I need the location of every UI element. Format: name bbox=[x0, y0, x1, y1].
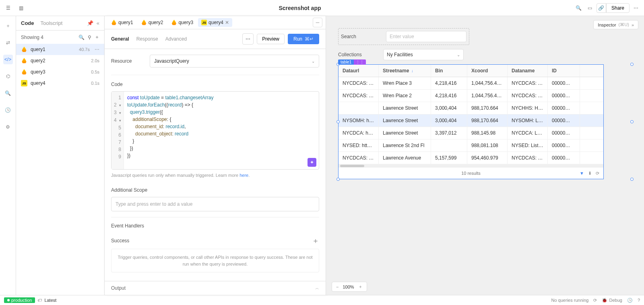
table-cell: NYCDCAS: C… bbox=[508, 90, 548, 102]
results-count: 10 results bbox=[461, 171, 481, 176]
column-header-streetname[interactable]: Streetname ↓ bbox=[379, 65, 431, 77]
horizontal-scrollbar[interactable] bbox=[339, 164, 603, 168]
query-name: query2 bbox=[31, 58, 45, 63]
subtab-response[interactable]: Response bbox=[136, 36, 158, 42]
inspector-shortcut: (⌘U) bbox=[619, 22, 629, 27]
query-item-query2[interactable]: query22.0s bbox=[16, 55, 104, 66]
query-item-query1[interactable]: query140.7s⋯ bbox=[16, 44, 104, 55]
query-item-query3[interactable]: query30.5s bbox=[16, 66, 104, 78]
footer-history-icon[interactable]: 🕓 bbox=[627, 298, 633, 303]
left-tab-toolscript[interactable]: Toolscript bbox=[41, 20, 63, 26]
query-more-icon[interactable]: ⋯ bbox=[95, 47, 99, 52]
zoom-control[interactable]: − 100% ＋ bbox=[332, 282, 367, 292]
debug-label: Debug bbox=[609, 298, 622, 303]
overflow-icon[interactable]: ⋯ bbox=[631, 3, 641, 13]
minimize-editor-icon[interactable]: ─ bbox=[313, 18, 322, 27]
table-cell: Lawrence Street bbox=[379, 102, 431, 114]
add-icon[interactable]: ＋ bbox=[3, 21, 13, 31]
preview-button[interactable]: Preview bbox=[257, 34, 285, 44]
ai-assist-icon[interactable]: ✦ bbox=[308, 158, 316, 167]
column-header-id[interactable]: ID bbox=[548, 65, 580, 77]
footer-help-icon[interactable]: ? bbox=[638, 298, 640, 303]
table-cell: 954,460.979 bbox=[467, 152, 508, 164]
close-tab-icon[interactable]: ✕ bbox=[225, 20, 229, 25]
table-cell: NYCHHS: H… bbox=[508, 102, 548, 114]
tree-icon[interactable]: ⌬ bbox=[3, 72, 13, 81]
output-toggle[interactable]: Output ︿ bbox=[105, 281, 326, 295]
table-cell: NYCDCA: ht… bbox=[339, 127, 379, 139]
editor-tab-query1[interactable]: query1 bbox=[108, 18, 136, 27]
table-row[interactable]: NYCDCAS: h…Lawrence Avenue5,157,599954,4… bbox=[339, 152, 603, 164]
zoom-in-icon[interactable]: ＋ bbox=[358, 284, 363, 290]
column-header-dataurl[interactable]: Dataurl bbox=[339, 65, 379, 77]
pin-icon[interactable]: 📌 bbox=[87, 20, 93, 26]
resize-handle[interactable] bbox=[630, 63, 634, 66]
resize-handle[interactable] bbox=[336, 120, 340, 123]
code-line: additionalScope: { bbox=[127, 116, 316, 123]
history-icon[interactable]: 🕓 bbox=[3, 105, 13, 115]
component-tag[interactable]: table1 bbox=[338, 59, 354, 65]
environment-pill[interactable]: production bbox=[4, 297, 35, 303]
link-icon[interactable]: 🔗 bbox=[597, 3, 606, 13]
editor-tab-query4[interactable]: JSquery4✕ bbox=[198, 18, 232, 27]
run-button[interactable]: Run ⌘↵ bbox=[288, 34, 319, 44]
tab-label: query3 bbox=[178, 20, 193, 25]
code-editor[interactable]: 1 2 ▾ 3 ▾ 4 ▾ 56789 const toUpdate = tab… bbox=[111, 91, 319, 170]
panel-toggle-icon[interactable]: ▥ bbox=[16, 3, 26, 13]
collections-select[interactable]: Ny Facilities ⌄ bbox=[383, 49, 464, 60]
share-button[interactable]: Share bbox=[606, 3, 630, 13]
preview-device-icon[interactable]: ▭ bbox=[585, 3, 595, 13]
subtab-advanced[interactable]: Advanced bbox=[165, 36, 187, 42]
resize-handle[interactable] bbox=[630, 120, 634, 123]
search-panel-icon[interactable]: 🔍 bbox=[3, 88, 13, 98]
zoom-out-icon[interactable]: − bbox=[336, 285, 339, 289]
search-icon[interactable]: 🔍 bbox=[574, 3, 584, 13]
learn-more-link[interactable]: here bbox=[239, 173, 248, 178]
collapse-left-icon[interactable]: « bbox=[97, 20, 99, 26]
filter-icon[interactable]: ⚲ bbox=[88, 35, 91, 40]
table-cell: Lawrence Street bbox=[379, 115, 431, 127]
sort-desc-icon: ↓ bbox=[411, 69, 413, 73]
column-header-dataname[interactable]: Dataname bbox=[508, 65, 548, 77]
table-download-icon[interactable]: ⬇ bbox=[588, 171, 592, 176]
version-icon: 🏷 bbox=[37, 298, 42, 303]
table-row[interactable]: NYCDCA: ht…Lawrence Street3,397,012988,1… bbox=[339, 127, 603, 139]
table-filter-icon[interactable]: ▼ bbox=[580, 171, 584, 176]
debug-button[interactable]: 🐞 Debug bbox=[602, 298, 622, 303]
subtab-general[interactable]: General bbox=[111, 36, 129, 42]
table-cell: NYSED: http… bbox=[339, 139, 379, 151]
components-icon[interactable]: ⇄ bbox=[3, 38, 13, 47]
resource-select[interactable]: JavascriptQuery ⌄ bbox=[150, 55, 319, 68]
code-line: query3.trigger({ bbox=[127, 108, 316, 116]
inspector-pill[interactable]: Inspector (⌘U) » bbox=[593, 20, 638, 29]
editor-more-icon[interactable]: ⋯ bbox=[242, 33, 254, 45]
table-refresh-icon[interactable]: ⟳ bbox=[596, 171, 599, 176]
column-header-bin[interactable]: Bin bbox=[431, 65, 467, 77]
editor-tab-query3[interactable]: query3 bbox=[168, 18, 196, 27]
refresh-queue-icon[interactable]: ⟳ bbox=[593, 298, 597, 303]
data-table[interactable]: DataurlStreetname ↓BinXcoordDatanameID N… bbox=[338, 64, 604, 179]
table-row[interactable]: Lawrence Street3,000,404988,170.664NYCHH… bbox=[339, 102, 603, 115]
code-panel-icon[interactable]: </> bbox=[3, 55, 13, 64]
table-cell: Wren Place 2 bbox=[379, 90, 431, 102]
add-success-handler-icon[interactable]: ＋ bbox=[312, 236, 319, 246]
table-row[interactable]: NYCDCAS: h…Wren Place 24,218,4161,044,75… bbox=[339, 90, 603, 102]
component-tag-icon[interactable]: ⋮⋮ bbox=[354, 59, 366, 65]
table-row[interactable]: NYSED: http…Lawrence St 2nd Fl988,081.10… bbox=[339, 139, 603, 152]
editor-tab-query2[interactable]: query2 bbox=[138, 18, 167, 27]
query-item-query4[interactable]: JSquery40.1s bbox=[16, 78, 104, 89]
search-input[interactable] bbox=[386, 31, 466, 42]
table-row[interactable]: NYSOMH: ht…Lawrence Street3,000,404988,1… bbox=[339, 115, 603, 127]
left-tab-code[interactable]: Code bbox=[21, 20, 34, 26]
expand-inspector-icon[interactable]: » bbox=[632, 23, 634, 27]
menu-icon[interactable]: ☰ bbox=[3, 3, 13, 13]
additional-scope-input[interactable]: Type and press enter to add a value bbox=[111, 197, 319, 211]
zoom-level: 100% bbox=[343, 285, 354, 289]
column-header-xcoord[interactable]: Xcoord bbox=[467, 65, 508, 77]
filter-search-icon[interactable]: 🔍 bbox=[78, 35, 85, 40]
add-query-icon[interactable]: ＋ bbox=[95, 34, 99, 41]
query-name: query1 bbox=[31, 47, 45, 52]
resize-handle[interactable] bbox=[630, 178, 634, 181]
settings-icon[interactable]: ⚙ bbox=[3, 122, 13, 132]
table-row[interactable]: NYCDCAS: h…Wren Place 34,218,4161,044,75… bbox=[339, 77, 603, 90]
